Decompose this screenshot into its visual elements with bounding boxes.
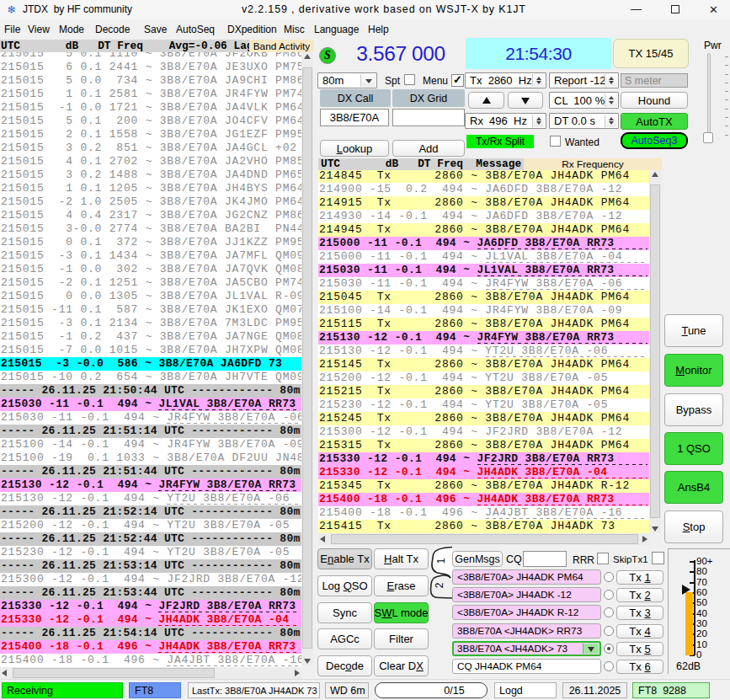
svg-text:1: 1	[435, 558, 447, 564]
svg-text:2: 2	[434, 582, 445, 588]
